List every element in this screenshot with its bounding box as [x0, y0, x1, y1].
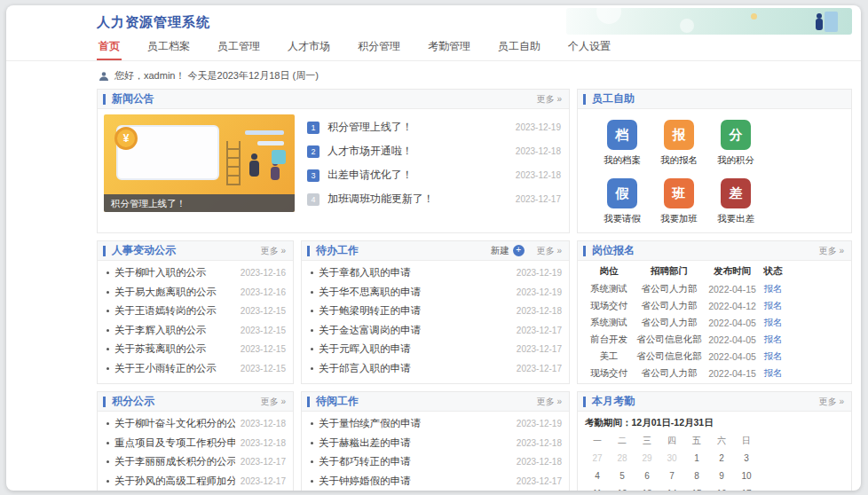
calendar-day[interactable]: 27 — [585, 450, 610, 468]
list-item[interactable]: 关于李辉入职的公示2023-12-15 — [98, 321, 293, 341]
self-item-my-archive[interactable]: 档 我的档案 — [594, 120, 651, 167]
hr-list: 关于柳叶入职的公示2023-12-16 关于易大彪离职的公示2023-12-16… — [98, 261, 293, 380]
tab-attendance-mgmt[interactable]: 考勤管理 — [426, 39, 472, 60]
calendar-day[interactable]: 14 — [659, 485, 684, 491]
signup-icon: 报 — [664, 120, 694, 150]
calendar-day[interactable]: 7 — [659, 468, 684, 485]
list-item[interactable]: 关于孙风的高级工程师加分公示2023-12-17 — [98, 472, 293, 491]
self-item-my-points[interactable]: 分 我的积分 — [707, 120, 764, 167]
calendar-day[interactable]: 12 — [610, 485, 635, 491]
bullet-icon — [311, 310, 313, 312]
calendar-day[interactable]: 17 — [734, 485, 759, 491]
list-item[interactable]: 关于邰言入职的申请2023-12-17 — [302, 359, 569, 379]
news-list: 1 积分管理上线了！ 2023-12-19 2 人才市场开通啦！ 2023-12… — [295, 114, 563, 212]
item-date: 2023-12-19 — [511, 268, 562, 278]
calendar-day[interactable]: 16 — [709, 485, 734, 491]
bullet-icon — [311, 460, 313, 463]
list-item[interactable]: 关于都巧转正的申请2023-12-18 — [302, 452, 569, 472]
list-item[interactable]: 关于量怡续产假的申请2023-12-19 — [302, 414, 569, 434]
tab-talent-market[interactable]: 人才市场 — [286, 39, 332, 60]
calendar-day[interactable]: 1 — [684, 450, 709, 468]
self-service-grid: 档 我的档案 报 我的报名 分 我的积分 假 我要请假 班 我要加班 — [578, 109, 851, 232]
list-item[interactable]: 关于柳叶入职的公示2023-12-16 — [98, 263, 293, 283]
list-item[interactable]: 关于李丽丽成长积分的公示2023-12-17 — [98, 452, 293, 472]
attendance-more-link[interactable]: 更多 » — [819, 396, 851, 408]
news-item[interactable]: 4 加班调班功能更新了！ 2023-12-17 — [307, 187, 561, 211]
news-item[interactable]: 3 出差申请优化了！ 2023-12-18 — [307, 163, 561, 187]
news-featured-image[interactable]: ¥ 积分管理上线了！ — [104, 114, 295, 212]
calendar-day[interactable]: 15 — [684, 485, 709, 491]
list-item[interactable]: 关于钟婷婚假的申请2023-12-17 — [302, 472, 569, 491]
apply-link[interactable]: 报名 — [759, 317, 787, 329]
list-item[interactable]: 关于赫糍出差的申请2023-12-18 — [302, 434, 569, 453]
tab-employee-mgmt[interactable]: 员工管理 — [216, 39, 262, 60]
bullet-icon — [311, 271, 313, 274]
list-item[interactable]: 关于章都入职的申请2023-12-19 — [302, 263, 569, 283]
list-item[interactable]: 关于柳叶奋斗文化积分的公示2023-12-18 — [98, 414, 293, 434]
calendar-day[interactable]: 2 — [709, 450, 734, 468]
calendar-day[interactable]: 6 — [635, 468, 659, 485]
item-date: 2023-12-17 — [511, 326, 562, 335]
news-item[interactable]: 1 积分管理上线了！ 2023-12-19 — [307, 115, 561, 139]
self-item-my-signup[interactable]: 报 我的报名 — [651, 120, 707, 167]
list-item[interactable]: 关于华不思离职的申请2023-12-19 — [302, 283, 569, 302]
apply-link[interactable]: 报名 — [759, 283, 787, 295]
apply-link[interactable]: 报名 — [759, 367, 787, 380]
new-task-label: 新建 — [491, 245, 509, 257]
self-item-request-trip[interactable]: 差 我要出差 — [707, 178, 764, 225]
tab-employee-files[interactable]: 员工档案 — [146, 39, 192, 60]
col-publish-date: 发布时间 — [706, 265, 759, 278]
calendar-day[interactable]: 13 — [635, 485, 659, 491]
news-more-link[interactable]: 更多 » — [537, 93, 569, 106]
tab-self-service[interactable]: 员工自助 — [496, 39, 542, 60]
self-item-request-overtime[interactable]: 班 我要加班 — [651, 178, 707, 225]
app-title: 人力资源管理系统 — [97, 5, 210, 39]
calendar-day[interactable]: 8 — [684, 468, 709, 485]
self-item-request-leave[interactable]: 假 我要请假 — [594, 178, 651, 225]
item-title: 关于赫糍出差的申请 — [319, 436, 411, 450]
panel-title: 积分公示 — [112, 394, 154, 409]
tab-personal-settings[interactable]: 个人设置 — [566, 39, 612, 60]
job-date: 2022-04-15 — [706, 284, 759, 295]
job-date: 2022-04-05 — [706, 351, 759, 362]
dashboard: 新闻公告 更多 » ¥ 积分管理上线了！ — [97, 89, 852, 491]
calendar-day[interactable]: 10 — [734, 468, 759, 485]
apply-link[interactable]: 报名 — [759, 334, 787, 346]
panel-news-header: 新闻公告 更多 » — [98, 90, 569, 109]
news-item[interactable]: 2 人才市场开通啦！ 2023-12-18 — [307, 139, 561, 163]
list-item[interactable]: 重点项目及专项工作积分申报公示2023-12-18 — [98, 434, 293, 453]
hr-more-link[interactable]: 更多 » — [261, 245, 293, 257]
calendar-day[interactable]: 3 — [734, 450, 759, 468]
apply-link[interactable]: 报名 — [759, 350, 787, 363]
panel-hr-header: 人事变动公示 更多 » — [98, 241, 293, 261]
panel-news: 新闻公告 更多 » ¥ 积分管理上线了！ — [97, 89, 570, 233]
calendar-day[interactable]: 5 — [610, 468, 635, 485]
calendar-day[interactable]: 4 — [585, 468, 610, 485]
list-item[interactable]: 关于鲍梁明转正的申请2023-12-18 — [302, 302, 569, 321]
list-item[interactable]: 关于金达富调岗的申请2023-12-17 — [302, 321, 569, 341]
new-task-button[interactable]: 新建+ — [491, 245, 525, 257]
job-dept: 省公司信息化部 — [633, 334, 706, 346]
review-more-link[interactable]: 更多 » — [537, 396, 569, 408]
list-item[interactable]: 关于易大彪离职的公示2023-12-16 — [98, 283, 293, 302]
calendar-day[interactable]: 29 — [635, 450, 659, 468]
bullet-icon — [107, 310, 109, 312]
calendar-day[interactable]: 30 — [659, 450, 684, 468]
list-item[interactable]: 关于王小雨转正的公示2023-12-15 — [98, 359, 293, 379]
jobs-more-link[interactable]: 更多 » — [819, 245, 851, 257]
calendar-day[interactable]: 11 — [585, 485, 610, 491]
list-item[interactable]: 关于元晖入职的申请2023-12-17 — [302, 340, 569, 359]
panel-review-header: 待阅工作 更多 » — [302, 392, 569, 412]
calendar-day[interactable]: 28 — [610, 450, 635, 468]
tab-points-mgmt[interactable]: 积分管理 — [356, 39, 402, 60]
list-item[interactable]: 关于苏莪离职的公示2023-12-15 — [98, 340, 293, 359]
job-date: 2022-04-15 — [706, 368, 759, 379]
apply-link[interactable]: 报名 — [759, 300, 787, 312]
todo-more-link[interactable]: 更多 » — [537, 245, 569, 257]
rank-badge: 2 — [307, 145, 320, 158]
calendar-day[interactable]: 9 — [709, 468, 734, 485]
tab-home[interactable]: 首页 — [97, 39, 122, 60]
list-item[interactable]: 关于王语嫣转岗的公示2023-12-15 — [98, 302, 293, 321]
app-header: 人力资源管理系统 — [6, 5, 861, 37]
points-more-link[interactable]: 更多 » — [261, 396, 293, 408]
